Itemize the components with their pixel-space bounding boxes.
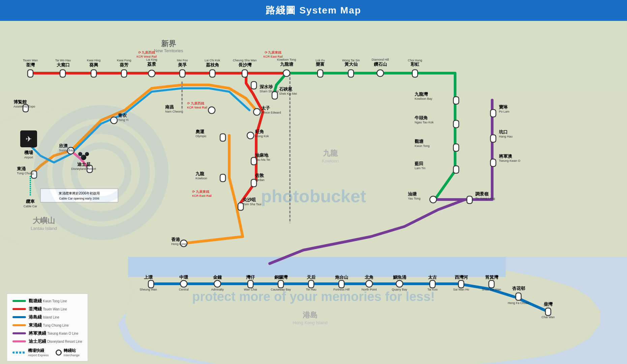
svg-text:港島: 港島 xyxy=(303,311,318,319)
header-title: 路綫圖 System Map xyxy=(266,5,361,16)
svg-text:炮台山: 炮台山 xyxy=(335,275,348,280)
svg-rect-44 xyxy=(148,280,154,288)
svg-text:Lantau Island: Lantau Island xyxy=(31,226,57,231)
tung-chung-color xyxy=(12,324,26,326)
svg-text:Tai Wo Hau: Tai Wo Hau xyxy=(55,59,71,62)
svg-text:天后: 天后 xyxy=(306,275,316,280)
svg-text:調景嶺: 調景嶺 xyxy=(475,191,489,196)
svg-text:Cheung Sha Wan: Cheung Sha Wan xyxy=(233,59,257,62)
svg-text:南昌: 南昌 xyxy=(165,104,174,110)
svg-rect-5 xyxy=(28,70,33,77)
map-container: 荃灣 Tsuen Wan 大窩口 Tai Wo Hau 葵興 Kwai Hing… xyxy=(0,21,627,364)
svg-text:中環: 中環 xyxy=(179,275,188,280)
svg-text:寶琳: 寶琳 xyxy=(499,104,508,110)
svg-text:Sheung Wan: Sheung Wan xyxy=(140,288,157,291)
svg-text:Lok Fu: Lok Fu xyxy=(316,59,325,62)
disneyland-color xyxy=(12,340,26,342)
island-color xyxy=(12,316,26,318)
map-svg: 荃灣 Tsuen Wan 大窩口 Tai Wo Hau 葵興 Kwai Hing… xyxy=(0,21,627,364)
svg-text:Sai Wan Ho: Sai Wan Ho xyxy=(453,288,469,291)
svg-text:葵興: 葵興 xyxy=(89,62,98,67)
svg-rect-49 xyxy=(308,280,314,288)
svg-text:大窩口: 大窩口 xyxy=(56,62,70,67)
svg-text:⟳ 九廣東鐵: ⟳ 九廣東鐵 xyxy=(265,51,282,54)
svg-text:⟳ 九廣東鐵: ⟳ 九廣東鐵 xyxy=(192,190,209,193)
svg-point-51 xyxy=(366,280,372,287)
svg-text:灣仔: 灣仔 xyxy=(246,275,255,280)
legend-tko: 將軍澳綫 Tseung Kwan O Line xyxy=(12,330,82,336)
svg-text:Kowloon: Kowloon xyxy=(196,177,207,180)
svg-rect-35 xyxy=(220,134,226,141)
svg-point-15 xyxy=(247,132,254,139)
svg-rect-32 xyxy=(490,110,496,117)
svg-text:Tai Koo: Tai Koo xyxy=(427,288,438,291)
svg-text:太子: 太子 xyxy=(261,105,270,111)
svg-text:杏花邨: 杏花邨 xyxy=(512,286,525,291)
svg-text:樂富: 樂富 xyxy=(316,62,325,67)
svg-rect-8 xyxy=(121,70,127,77)
svg-rect-10 xyxy=(180,70,185,77)
svg-rect-26 xyxy=(453,144,459,151)
tsuen-wan-color xyxy=(12,308,26,310)
svg-text:Quarry Bay: Quarry Bay xyxy=(392,288,407,291)
svg-text:Chai Wan: Chai Wan xyxy=(541,315,555,319)
svg-text:Yau Tong: Yau Tong xyxy=(408,197,420,200)
svg-rect-56 xyxy=(516,293,521,300)
legend-symbols: 機場快綫 Airport Express 轉綫站 Interchange xyxy=(12,348,82,357)
svg-point-28 xyxy=(430,196,437,203)
svg-text:Olympic: Olympic xyxy=(196,134,207,138)
svg-text:銅鑼灣: 銅鑼灣 xyxy=(274,275,288,280)
svg-text:Kowloon Bay: Kowloon Bay xyxy=(415,97,432,100)
svg-text:Wong Tai Sin: Wong Tai Sin xyxy=(342,59,360,62)
svg-rect-1 xyxy=(0,21,627,88)
svg-text:Lai Chi Kok: Lai Chi Kok xyxy=(205,59,220,62)
svg-text:Tin Hau: Tin Hau xyxy=(306,288,316,291)
interchange-symbol: 轉綫站 Interchange xyxy=(56,348,80,357)
svg-text:Hong Kong: Hong Kong xyxy=(171,242,186,246)
svg-text:Lai King: Lai King xyxy=(146,58,157,61)
svg-text:太古: 太古 xyxy=(428,275,437,280)
svg-text:Po Lam: Po Lam xyxy=(499,110,509,113)
svg-point-19 xyxy=(283,70,290,77)
svg-text:機場: 機場 xyxy=(24,150,33,155)
legend: 觀塘綫 Kwun Tong Line 荃灣綫 Tsuen Wan Line 港島… xyxy=(7,294,88,361)
svg-text:彩虹: 彩虹 xyxy=(410,62,420,67)
svg-rect-47 xyxy=(248,280,253,288)
svg-text:Mong Kok: Mong Kok xyxy=(255,134,269,138)
svg-text:Fortress Hill: Fortress Hill xyxy=(333,288,350,291)
svg-text:佐敦: 佐敦 xyxy=(255,173,264,178)
svg-text:Admiralty: Admiralty xyxy=(211,288,224,291)
svg-text:Central: Central xyxy=(179,288,188,291)
svg-rect-13 xyxy=(251,82,257,89)
svg-rect-7 xyxy=(91,70,96,77)
svg-text:Yau Ma Tei: Yau Ma Tei xyxy=(255,158,270,161)
svg-text:Tiu Keng Leng: Tiu Keng Leng xyxy=(475,197,495,200)
svg-point-22 xyxy=(377,70,384,77)
svg-text:New Territories: New Territories xyxy=(154,48,183,53)
svg-text:Nam Cheong: Nam Cheong xyxy=(165,110,183,113)
svg-text:Tsim Sha Tsui: Tsim Sha Tsui xyxy=(243,203,261,206)
svg-text:九龍灣: 九龍灣 xyxy=(414,92,428,97)
svg-text:石硤尾: 石硤尾 xyxy=(279,87,292,92)
svg-text:Tsuen Wan: Tsuen Wan xyxy=(23,59,38,62)
svg-text:上環: 上環 xyxy=(144,275,153,280)
svg-text:Tung Chung: Tung Chung xyxy=(17,172,33,175)
svg-text:深水埗: 深水埗 xyxy=(260,84,273,89)
svg-point-52 xyxy=(396,280,403,287)
svg-text:Kwai Fong: Kwai Fong xyxy=(117,59,131,62)
svg-rect-54 xyxy=(458,280,464,288)
svg-text:藍田: 藍田 xyxy=(415,161,423,166)
svg-text:纜車: 纜車 xyxy=(26,199,35,204)
svg-rect-29 xyxy=(467,196,472,204)
svg-text:葵芳: 葵芳 xyxy=(119,62,129,67)
svg-rect-24 xyxy=(453,97,459,104)
svg-text:東涌: 東涌 xyxy=(17,166,26,171)
svg-text:Diamond Hill: Diamond Hill xyxy=(371,58,389,61)
page-header: 路綫圖 System Map xyxy=(0,0,627,21)
airport-express-symbol: 機場快綫 Airport Express xyxy=(12,348,49,357)
svg-rect-20 xyxy=(318,70,323,77)
svg-text:北角: 北角 xyxy=(364,275,374,280)
svg-rect-57 xyxy=(545,308,551,315)
svg-text:油麻地: 油麻地 xyxy=(255,153,269,158)
svg-text:將軍澳: 將軍澳 xyxy=(499,154,512,159)
